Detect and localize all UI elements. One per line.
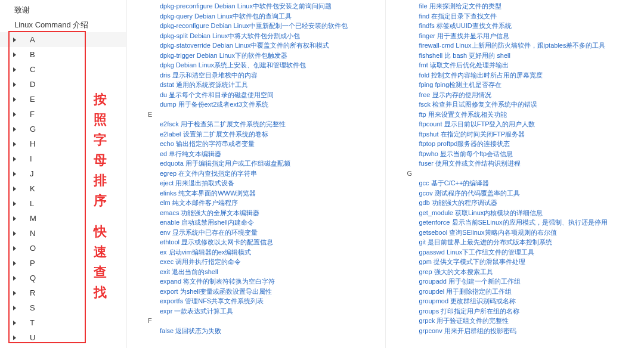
cmd-g-link[interactable]: groupdel 用于删除指定的工作组: [386, 287, 645, 297]
sidebar-item-t[interactable]: T: [0, 315, 126, 330]
sidebar-item-k[interactable]: K: [0, 181, 126, 196]
cmd-d-link[interactable]: dpkg-trigger Debian Linux下的软件包触发器: [126, 51, 385, 61]
cmd-e-link[interactable]: ethtool 显示或修改以太网卡的配置信息: [126, 237, 385, 247]
cmd-e-link[interactable]: e2fsck 用于检查第二扩展文件系统的完整性: [126, 119, 385, 129]
cmd-f-link[interactable]: fmt 读取文件后优化处理并输出: [386, 60, 645, 70]
cmd-d-link[interactable]: dpkg-statoverride Debian Linux中覆盖文件的所有权和…: [126, 41, 385, 51]
sidebar-letter-label: J: [30, 169, 34, 178]
cmd-e-link[interactable]: expr 一款表达式计算工具: [126, 306, 385, 316]
sidebar-item-e[interactable]: E: [0, 92, 126, 107]
sidebar-item-a[interactable]: A: [0, 32, 126, 47]
cmd-g-link[interactable]: groups 打印指定用户所在组的名称: [386, 306, 645, 316]
cmd-g-link[interactable]: grpconv 用来开启群组的投影密码: [386, 326, 645, 336]
cmd-d-link[interactable]: dpkg-query Debian Linux中软件包的查询工具: [126, 11, 385, 21]
cmd-g-link[interactable]: gpm 提供文字模式下的滑鼠事件处理: [386, 257, 645, 267]
sidebar-item-p[interactable]: P: [0, 256, 126, 271]
cmd-d-link[interactable]: dump 用于备份ext2或者ext3文件系统: [126, 100, 385, 110]
cmd-e-link[interactable]: eject 用来退出抽取式设备: [126, 178, 385, 188]
cmd-g-link[interactable]: getsebool 查询SElinux策略内各项规则的布尔值: [386, 228, 645, 238]
cmd-g-link[interactable]: git 是目前世界上最先进的分布式版本控制系统: [386, 237, 645, 247]
cmd-f-link[interactable]: firewall-cmd Linux上新用的防火墙软件，跟iptables差不多…: [386, 41, 645, 51]
cmd-g-link[interactable]: groupadd 用于创建一个新的工作组: [386, 276, 645, 287]
cmd-g-link[interactable]: gcc 基于C/C++的编译器: [386, 178, 645, 188]
sidebar-letter-label: Q: [30, 274, 36, 282]
sidebar-item-m[interactable]: M: [0, 211, 126, 226]
sidebar-item-j[interactable]: J: [0, 166, 126, 181]
cmd-e-link[interactable]: echo 输出指定的字符串或者变量: [126, 139, 385, 149]
cmd-f-link[interactable]: fsck 检查并且试图修复文件系统中的错误: [386, 100, 645, 110]
cmd-g-link[interactable]: grep 强大的文本搜索工具: [386, 267, 645, 277]
chevron-right-icon: [13, 291, 16, 296]
cmd-f-link[interactable]: ftptop proftpd服务器的连接状态: [386, 139, 645, 149]
cmd-e-link[interactable]: exportfs 管理NFS共享文件系统列表: [126, 296, 385, 306]
cmd-e-link[interactable]: elinks 纯文本界面的WWW浏览器: [126, 188, 385, 198]
cmd-e-link[interactable]: e2label 设置第二扩展文件系统的卷标: [126, 129, 385, 139]
cmd-g-link[interactable]: gcov 测试程序的代码覆盖率的工具: [386, 188, 645, 198]
cmd-e-link[interactable]: ex 启动vim编辑器的ex编辑模式: [126, 247, 385, 257]
cmd-f-link[interactable]: false 返回状态为失败: [126, 326, 385, 336]
sidebar-item-n[interactable]: N: [0, 226, 126, 241]
chevron-right-icon: [13, 246, 16, 251]
cmd-e-link[interactable]: env 显示系统中已存在的环境变量: [126, 228, 385, 238]
cmd-f-link[interactable]: ftpcount 显示目前以FTP登入的用户人数: [386, 119, 645, 129]
cmd-e-link[interactable]: edquota 用于编辑指定用户或工作组磁盘配额: [126, 159, 385, 169]
sidebar-item-s[interactable]: S: [0, 300, 126, 315]
sidebar-item-u[interactable]: U: [0, 330, 126, 345]
cmd-e-link[interactable]: expand 将文件的制表符转换为空白字符: [126, 276, 385, 287]
cmd-d-link[interactable]: dpkg-reconfigure Debian Linux中重新配制一个已经安装…: [126, 21, 385, 31]
cmd-f-link[interactable]: ftpshut 在指定的时间关闭FTP服务器: [386, 129, 645, 139]
cmd-g-link[interactable]: get_module 获取Linux内核模块的详细信息: [386, 208, 645, 218]
sidebar-item-r[interactable]: R: [0, 285, 126, 300]
cmd-d-link[interactable]: dpkg Debian Linux系统上安装、创建和管理软件包: [126, 60, 385, 70]
sidebar-letter-label: I: [30, 154, 32, 163]
sidebar-item-q[interactable]: Q: [0, 271, 126, 285]
sidebar-item-l[interactable]: L: [0, 196, 126, 211]
sidebar-item-g[interactable]: G: [0, 122, 126, 136]
sidebar-item-d[interactable]: D: [0, 77, 126, 92]
cmd-f-link[interactable]: ftpwho 显示当前每个ftp会话信息: [386, 149, 645, 159]
cmd-f-link[interactable]: file 用来探测给定文件的类型: [386, 1, 645, 11]
cmd-f-link[interactable]: fuser 使用文件或文件结构识别进程: [386, 159, 645, 169]
cmd-f-link[interactable]: findfs 标签或UUID查找文件系统: [386, 21, 645, 31]
cmd-f-link[interactable]: fping fping检测主机是否存在: [386, 80, 645, 90]
sidebar-letter-label: F: [30, 110, 35, 119]
cmd-f-link[interactable]: finger 用于查找并显示用户信息: [386, 31, 645, 41]
cmd-e-link[interactable]: egrep 在文件内查找指定的字符串: [126, 169, 385, 179]
sidebar-item-b[interactable]: B: [0, 47, 126, 62]
cmd-g-link[interactable]: getenforce 显示当前SELinux的应用模式，是强制、执行还是停用: [386, 218, 645, 228]
cmd-g-link[interactable]: grpck 用于验证组文件的完整性: [386, 316, 645, 326]
chevron-right-icon: [13, 201, 16, 206]
cmd-d-link[interactable]: dris 显示和清空目录堆栈中的内容: [126, 70, 385, 80]
cmd-e-link[interactable]: exec 调用并执行指定的命令: [126, 257, 385, 267]
sidebar-item-i[interactable]: I: [0, 151, 126, 166]
sidebar-letter-label: G: [30, 125, 36, 133]
chevron-right-icon: [13, 82, 16, 87]
sidebar-item-f[interactable]: F: [0, 107, 126, 122]
cmd-g-link[interactable]: groupmod 更改群组识别码或名称: [386, 296, 645, 306]
cmd-e-link[interactable]: elm 纯文本邮件客户端程序: [126, 198, 385, 208]
chevron-right-icon: [13, 335, 16, 340]
cmd-g-link[interactable]: gdb 功能强大的程序调试器: [386, 198, 645, 208]
sidebar-item-h[interactable]: H: [0, 136, 126, 151]
cmd-d-link[interactable]: dpkg-preconfigure Debian Linux中软件包安装之前询问…: [126, 1, 385, 11]
cmd-d-link[interactable]: dpkg-split Debian Linux中将大软件包分割成小包: [126, 31, 385, 41]
sidebar-letter-label: R: [30, 288, 35, 297]
cmd-d-link[interactable]: dstat 通用的系统资源统计工具: [126, 80, 385, 90]
cmd-f-link[interactable]: fold 控制文件内容输出时所占用的屏幕宽度: [386, 70, 645, 80]
cmd-f-link[interactable]: fishshell 比 bash 更好用的 shell: [386, 51, 645, 61]
sidebar-item-thanks[interactable]: 致谢: [0, 2, 126, 17]
cmd-e-link[interactable]: exit 退出当前的shell: [126, 267, 385, 277]
cmd-d-link[interactable]: du 显示每个文件和目录的磁盘使用空间: [126, 90, 385, 100]
cmd-e-link[interactable]: enable 启动或禁用shell内建命令: [126, 218, 385, 228]
cmd-e-link[interactable]: ed 单行纯文本编辑器: [126, 149, 385, 159]
cmd-e-link[interactable]: emacs 功能强大的全屏文本编辑器: [126, 208, 385, 218]
sidebar-item-o[interactable]: O: [0, 241, 126, 256]
chevron-right-icon: [13, 306, 16, 310]
sidebar-item-c[interactable]: C: [0, 62, 126, 77]
cmd-f-link[interactable]: free 显示内存的使用情况: [386, 90, 645, 100]
cmd-g-link[interactable]: gpasswd Linux下工作组文件的管理工具: [386, 247, 645, 257]
sidebar-item-intro[interactable]: Linux Command 介绍: [0, 17, 126, 32]
cmd-f-link[interactable]: ftp 用来设置文件系统相关功能: [386, 110, 645, 120]
cmd-f-link[interactable]: find 在指定目录下查找文件: [386, 11, 645, 21]
cmd-e-link[interactable]: export 为shell变量或函数设置导出属性: [126, 287, 385, 297]
